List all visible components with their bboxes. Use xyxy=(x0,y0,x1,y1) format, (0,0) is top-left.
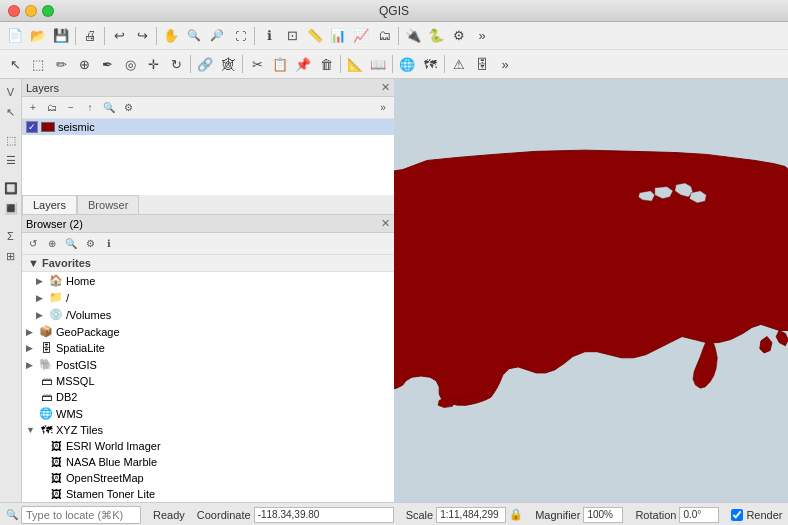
browser-item-nasa[interactable]: ▶ 🖼 NASA Blue Marble xyxy=(22,454,394,470)
paste-icon[interactable]: 📌 xyxy=(292,53,314,75)
layers-panel-close[interactable]: ✕ xyxy=(381,81,390,94)
open-icon[interactable]: 📂 xyxy=(27,25,49,47)
left-panel: V ↖ ⬚ ☰ 🔲 🔳 Σ ⊞ Layers ✕ + 🗂 − ↑ xyxy=(0,79,394,502)
layer-item-seismic[interactable]: ✓ seismic xyxy=(22,119,394,135)
layout-icon[interactable]: 📐 xyxy=(344,53,366,75)
select-features-icon[interactable]: ↖ xyxy=(4,53,26,75)
browser-item-home[interactable]: ▶ 🏠 Home xyxy=(22,272,394,289)
left-tool-2[interactable]: ↖ xyxy=(2,103,20,121)
browser-icon[interactable]: 🗄 xyxy=(471,53,493,75)
filter-browser-icon[interactable]: 🔍 xyxy=(62,235,80,253)
browser-item-osm[interactable]: ▶ 🖼 OpenStreetMap xyxy=(22,470,394,486)
topology-icon[interactable]: 🕸 xyxy=(217,53,239,75)
delete-selected-icon[interactable]: 🗑 xyxy=(315,53,337,75)
left-tool-8[interactable]: ⊞ xyxy=(2,247,20,265)
browser-item-mssql[interactable]: ▶ 🗃 MSSQL xyxy=(22,373,394,389)
locate-input[interactable] xyxy=(21,506,141,524)
browser-item-volumes[interactable]: ▶ 💿 /Volumes xyxy=(22,306,394,323)
map-area[interactable] xyxy=(394,79,788,502)
attribute-table-icon[interactable]: 📊 xyxy=(327,25,349,47)
zoom-out-icon[interactable]: 🔎 xyxy=(206,25,228,47)
more-icon[interactable]: » xyxy=(471,25,493,47)
zoom-full-icon[interactable]: ⛶ xyxy=(229,25,251,47)
deselect-icon[interactable]: ⬚ xyxy=(27,53,49,75)
pan-icon[interactable]: ✋ xyxy=(160,25,182,47)
warning-icon[interactable]: ⚠ xyxy=(448,53,470,75)
tab-layers[interactable]: Layers xyxy=(22,195,77,214)
more2-icon[interactable]: » xyxy=(494,53,516,75)
edit-icon[interactable]: ✏ xyxy=(50,53,72,75)
maximize-button[interactable] xyxy=(42,5,54,17)
measure-icon[interactable]: 📏 xyxy=(304,25,326,47)
left-toolstrip: V ↖ ⬚ ☰ 🔲 🔳 Σ ⊞ xyxy=(0,79,22,502)
info-icon[interactable]: ℹ xyxy=(100,235,118,253)
new-project-icon[interactable]: 📄 xyxy=(4,25,26,47)
snapping-icon[interactable]: 🔗 xyxy=(194,53,216,75)
browser-item-postgis[interactable]: ▶ 🐘 PostGIS xyxy=(22,356,394,373)
atlas-icon[interactable]: 📖 xyxy=(367,53,389,75)
copy-icon[interactable]: 📋 xyxy=(269,53,291,75)
magnifier-input[interactable] xyxy=(583,507,623,523)
statistics-icon[interactable]: 📈 xyxy=(350,25,372,47)
browser-item-stamen[interactable]: ▶ 🖼 Stamen Toner Lite xyxy=(22,486,394,502)
scale-input[interactable] xyxy=(436,507,506,523)
browser-item-root[interactable]: ▶ 📁 / xyxy=(22,289,394,306)
zoom-in-icon[interactable]: 🔍 xyxy=(183,25,205,47)
rotation-input[interactable] xyxy=(679,507,719,523)
layer-settings-icon[interactable]: ⚙ xyxy=(119,99,137,117)
plugins-icon[interactable]: 🔌 xyxy=(402,25,424,47)
redo-icon[interactable]: ↪ xyxy=(131,25,153,47)
identify-icon[interactable]: ℹ xyxy=(258,25,280,47)
move-icon[interactable]: ✛ xyxy=(142,53,164,75)
browser-item-spatialite[interactable]: ▶ 🗄 SpatiaLite xyxy=(22,340,394,356)
add-layer-icon[interactable]: + xyxy=(24,99,42,117)
scale-lock-icon[interactable]: 🔒 xyxy=(509,508,523,521)
minimize-button[interactable] xyxy=(25,5,37,17)
layers-list: ✓ seismic xyxy=(22,119,394,195)
select-icon[interactable]: ⊡ xyxy=(281,25,303,47)
vertex-icon[interactable]: ◎ xyxy=(119,53,141,75)
add-feature-icon[interactable]: ⊕ xyxy=(73,53,95,75)
save-icon[interactable]: 💾 xyxy=(50,25,72,47)
left-tool-3[interactable]: ⬚ xyxy=(2,131,20,149)
render-checkbox[interactable] xyxy=(731,509,743,521)
left-tool-7[interactable]: Σ xyxy=(2,227,20,245)
left-tool-1[interactable]: V xyxy=(2,83,20,101)
status-rotation: Rotation xyxy=(635,507,719,523)
filter-icon[interactable]: 🔍 xyxy=(100,99,118,117)
cut-icon[interactable]: ✂ xyxy=(246,53,268,75)
panel-expand-icon[interactable]: » xyxy=(374,99,392,117)
toolbar-row-1: 📄 📂 💾 🖨 ↩ ↪ ✋ 🔍 🔎 ⛶ ℹ ⊡ 📏 📊 📈 🗂 🔌 🐍 ⚙ » xyxy=(0,22,788,50)
python-icon[interactable]: 🐍 xyxy=(425,25,447,47)
left-tool-6[interactable]: 🔳 xyxy=(2,199,20,217)
left-tool-5[interactable]: 🔲 xyxy=(2,179,20,197)
georef-icon[interactable]: 🗺 xyxy=(419,53,441,75)
window-controls xyxy=(8,5,54,17)
rotate-icon[interactable]: ↻ xyxy=(165,53,187,75)
wms-icon[interactable]: 🌐 xyxy=(396,53,418,75)
close-button[interactable] xyxy=(8,5,20,17)
coordinate-input[interactable] xyxy=(254,507,394,523)
remove-layer-icon[interactable]: − xyxy=(62,99,80,117)
sep-7 xyxy=(242,55,243,73)
browser-item-wms[interactable]: ▶ 🌐 WMS xyxy=(22,405,394,422)
refresh-icon[interactable]: ↺ xyxy=(24,235,42,253)
layer-icon[interactable]: 🗂 xyxy=(373,25,395,47)
title-bar: QGIS xyxy=(0,0,788,22)
digitize-icon[interactable]: ✒ xyxy=(96,53,118,75)
browser-settings-icon[interactable]: ⚙ xyxy=(81,235,99,253)
browser-item-geopackage[interactable]: ▶ 📦 GeoPackage xyxy=(22,323,394,340)
add-to-favorites-icon[interactable]: ⊕ xyxy=(43,235,61,253)
processing-icon[interactable]: ⚙ xyxy=(448,25,470,47)
layer-checkbox[interactable]: ✓ xyxy=(26,121,38,133)
browser-close[interactable]: ✕ xyxy=(381,217,390,230)
print-icon[interactable]: 🖨 xyxy=(79,25,101,47)
undo-icon[interactable]: ↩ xyxy=(108,25,130,47)
left-tool-4[interactable]: ☰ xyxy=(2,151,20,169)
tab-browser[interactable]: Browser xyxy=(77,195,139,214)
browser-item-xyz[interactable]: ▼ 🗺 XYZ Tiles xyxy=(22,422,394,438)
browser-item-esri[interactable]: ▶ 🖼 ESRI World Imager xyxy=(22,438,394,454)
browser-item-db2[interactable]: ▶ 🗃 DB2 xyxy=(22,389,394,405)
add-group-icon[interactable]: 🗂 xyxy=(43,99,61,117)
open-panel-icon[interactable]: ↑ xyxy=(81,99,99,117)
